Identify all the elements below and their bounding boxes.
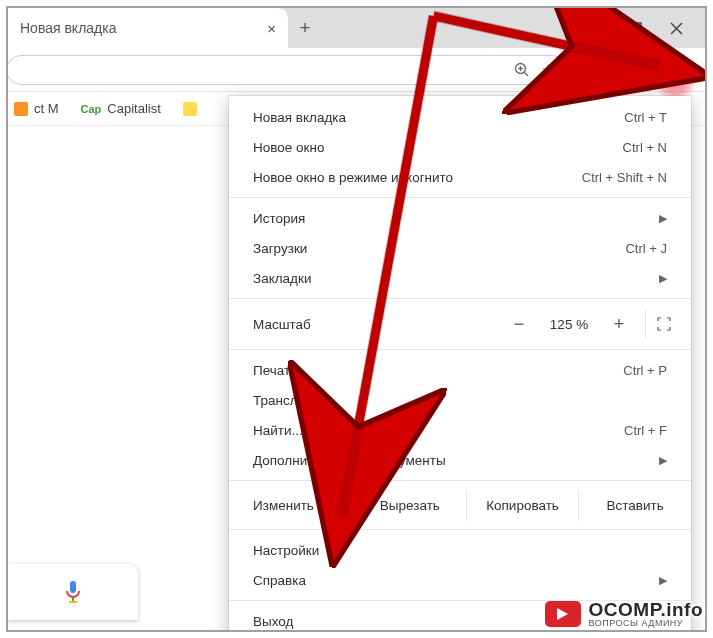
bookmark-label: ct M	[34, 101, 59, 116]
bookmark-label: Capitalist	[107, 101, 160, 116]
watermark-subtext: ВОПРОСЫ АДМИНУ	[589, 619, 703, 628]
chevron-right-icon: ▶	[659, 212, 667, 225]
bookmark-item[interactable]: ct M	[14, 101, 59, 116]
address-bar[interactable]: ☆	[6, 55, 567, 85]
menu-shortcut: Ctrl + T	[624, 110, 667, 125]
bookmark-item[interactable]	[183, 102, 197, 116]
extension-tag-icon[interactable]	[609, 59, 631, 81]
svg-line-5	[524, 72, 528, 76]
edit-copy-button[interactable]: Копировать	[466, 490, 579, 521]
maximize-icon[interactable]	[629, 21, 643, 35]
menu-label: Новое окно в режиме инкогнито	[253, 170, 582, 185]
bookmark-item[interactable]: Cap Capitalist	[81, 101, 161, 116]
menu-label: Закладки	[253, 271, 653, 286]
microphone-icon	[64, 579, 82, 605]
menu-item-history[interactable]: История ▶	[229, 203, 691, 233]
menu-label: Найти...	[253, 423, 624, 438]
window-controls	[589, 8, 705, 48]
menu-item-bookmarks[interactable]: Закладки ▶	[229, 263, 691, 293]
menu-item-find[interactable]: Найти... Ctrl + F	[229, 415, 691, 445]
menu-item-settings[interactable]: Настройки	[229, 535, 691, 565]
menu-item-print[interactable]: Печать... Ctrl + P	[229, 355, 691, 385]
bookmark-favicon-icon	[14, 102, 28, 116]
minimize-icon[interactable]	[589, 21, 603, 35]
svg-point-8	[649, 65, 655, 71]
watermark-logo-icon	[545, 601, 581, 627]
zoom-indicator-icon[interactable]	[512, 60, 532, 80]
chevron-right-icon: ▶	[659, 454, 667, 467]
watermark: OCOMP.info ВОПРОСЫ АДМИНУ	[545, 600, 703, 628]
menu-item-edit: Изменить Вырезать Копировать Вставить	[229, 486, 691, 524]
menu-label: Новая вкладка	[253, 110, 624, 125]
bookmark-favicon-icon	[183, 102, 197, 116]
edit-cut-button[interactable]: Вырезать	[353, 490, 466, 521]
zoom-in-button[interactable]: +	[599, 310, 639, 338]
edit-paste-button[interactable]: Вставить	[578, 490, 691, 521]
toolbar: ☆	[8, 48, 705, 92]
bookmark-star-icon[interactable]: ☆	[538, 60, 558, 80]
extension-shield-icon[interactable]	[577, 59, 599, 81]
menu-label: Масштаб	[253, 317, 499, 332]
chevron-right-icon: ▶	[659, 272, 667, 285]
menu-shortcut: Ctrl + J	[625, 241, 667, 256]
menu-label: Изменить	[253, 498, 353, 513]
menu-label: Дополнительные инструменты	[253, 453, 653, 468]
svg-rect-9	[70, 581, 76, 593]
menu-item-more-tools[interactable]: Дополнительные инструменты ▶	[229, 445, 691, 475]
watermark-text: OCOMP.info	[589, 600, 703, 619]
menu-item-downloads[interactable]: Загрузки Ctrl + J	[229, 233, 691, 263]
chevron-right-icon: ▶	[659, 574, 667, 587]
menu-label: Настройки	[253, 543, 667, 558]
menu-label: Трансляция...	[253, 393, 667, 408]
menu-separator	[229, 529, 691, 530]
tab-strip: Новая вкладка × +	[8, 8, 705, 48]
menu-item-cast[interactable]: Трансляция...	[229, 385, 691, 415]
menu-item-new-window[interactable]: Новое окно Ctrl + N	[229, 132, 691, 162]
menu-label: История	[253, 211, 653, 226]
menu-item-zoom: Масштаб − 125 % +	[229, 304, 691, 344]
menu-label: Новое окно	[253, 140, 623, 155]
extension-avatar-icon[interactable]	[641, 59, 663, 81]
browser-tab[interactable]: Новая вкладка ×	[8, 8, 288, 48]
extension-icons	[577, 59, 695, 81]
close-tab-icon[interactable]: ×	[267, 20, 276, 37]
kebab-menu-button[interactable]	[673, 59, 695, 81]
zoom-out-button[interactable]: −	[499, 310, 539, 338]
menu-item-help[interactable]: Справка ▶	[229, 565, 691, 595]
menu-separator	[229, 480, 691, 481]
svg-rect-1	[631, 23, 641, 33]
menu-separator	[229, 298, 691, 299]
menu-item-incognito[interactable]: Новое окно в режиме инкогнито Ctrl + Shi…	[229, 162, 691, 192]
menu-shortcut: Ctrl + F	[624, 423, 667, 438]
tab-title: Новая вкладка	[20, 20, 259, 36]
menu-shortcut: Ctrl + Shift + N	[582, 170, 667, 185]
menu-label: Справка	[253, 573, 653, 588]
browser-main-menu: Новая вкладка Ctrl + T Новое окно Ctrl +…	[229, 96, 691, 632]
menu-separator	[229, 197, 691, 198]
menu-item-new-tab[interactable]: Новая вкладка Ctrl + T	[229, 102, 691, 132]
zoom-value: 125 %	[539, 317, 599, 332]
menu-shortcut: Ctrl + N	[623, 140, 667, 155]
menu-separator	[229, 349, 691, 350]
menu-label: Печать...	[253, 363, 623, 378]
close-window-icon[interactable]	[669, 21, 683, 35]
new-tab-button[interactable]: +	[288, 8, 322, 48]
fullscreen-icon[interactable]	[645, 310, 681, 338]
menu-shortcut: Ctrl + P	[623, 363, 667, 378]
voice-search-button[interactable]	[8, 564, 138, 620]
menu-label: Загрузки	[253, 241, 625, 256]
bookmark-favicon-icon: Cap	[81, 103, 102, 115]
